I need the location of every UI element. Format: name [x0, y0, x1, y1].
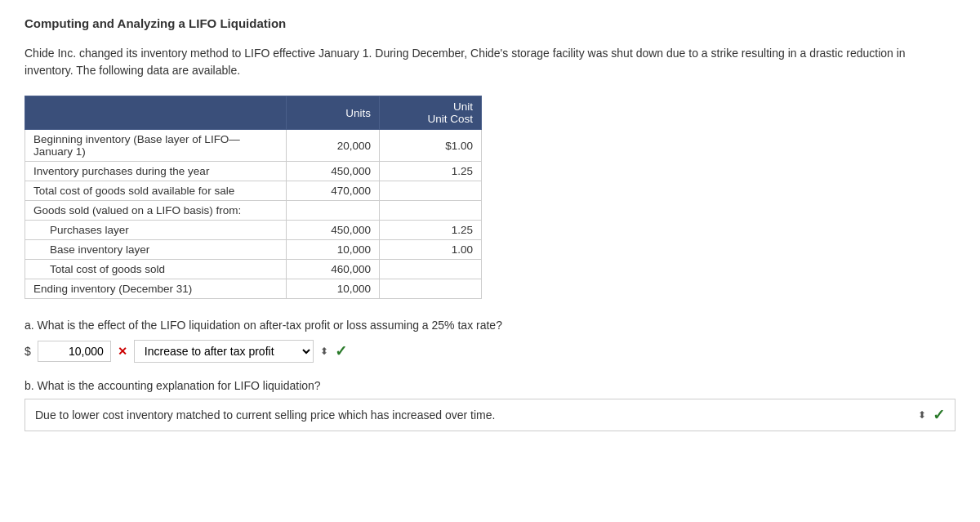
check-icon-b: ✓	[933, 406, 945, 424]
table-row: Beginning inventory (Base layer of LIFO—…	[25, 130, 482, 162]
row-units-3	[287, 201, 380, 221]
row-label-2: Total cost of goods sold available for s…	[25, 181, 287, 201]
table-row: Purchases layer450,0001.25	[25, 221, 482, 240]
col-header-label	[25, 96, 287, 130]
row-cost-5: 1.00	[380, 240, 482, 260]
table-row: Inventory purchases during the year450,0…	[25, 162, 482, 181]
row-label-6: Total cost of goods sold	[25, 260, 287, 279]
row-label-1: Inventory purchases during the year	[25, 162, 287, 181]
row-label-5: Base inventory layer	[25, 240, 287, 260]
row-cost-0: $1.00	[380, 130, 482, 162]
row-label-3: Goods sold (valued on a LIFO basis) from…	[25, 201, 287, 221]
answer-input[interactable]	[38, 341, 111, 362]
row-units-7: 10,000	[287, 279, 380, 299]
row-cost-7	[380, 279, 482, 299]
sort-arrows-b: ⬍	[918, 409, 926, 421]
row-units-6: 460,000	[287, 260, 380, 279]
col-header-units: Units	[287, 96, 380, 130]
table-row: Total cost of goods sold available for s…	[25, 181, 482, 201]
intro-text: Chide Inc. changed its inventory method …	[24, 45, 956, 79]
section-a-question: a. What is the effect of the LIFO liquid…	[24, 319, 956, 332]
page-title: Computing and Analyzing a LIFO Liquidati…	[24, 16, 956, 30]
section-a: a. What is the effect of the LIFO liquid…	[24, 319, 956, 363]
sort-arrows-a: ⬍	[320, 346, 328, 357]
table-row: Total cost of goods sold460,000	[25, 260, 482, 279]
row-cost-3	[380, 201, 482, 221]
section-b-answer-row: Due to lower cost inventory matched to c…	[24, 399, 956, 431]
row-label-4: Purchases layer	[25, 221, 287, 240]
lifo-table: Units Unit Unit Cost Beginning inventory…	[24, 96, 482, 299]
section-b-answer-text: Due to lower cost inventory matched to c…	[35, 408, 911, 422]
row-units-4: 450,000	[287, 221, 380, 240]
row-units-1: 450,000	[287, 162, 380, 181]
table-row: Goods sold (valued on a LIFO basis) from…	[25, 201, 482, 221]
row-units-5: 10,000	[287, 240, 380, 260]
section-a-answer-row: $ ✕ Increase to after tax profit Decreas…	[24, 340, 956, 363]
table-row: Ending inventory (December 31)10,000	[25, 279, 482, 299]
row-label-0: Beginning inventory (Base layer of LIFO—…	[25, 130, 287, 162]
section-b-question: b. What is the accounting explanation fo…	[24, 379, 956, 392]
table-row: Base inventory layer10,0001.00	[25, 240, 482, 260]
check-icon-a: ✓	[335, 342, 347, 360]
row-cost-1: 1.25	[380, 162, 482, 181]
row-cost-6	[380, 260, 482, 279]
col-header-cost: Unit Unit Cost	[380, 96, 482, 130]
dollar-sign: $	[24, 345, 31, 358]
row-cost-4: 1.25	[380, 221, 482, 240]
row-cost-2	[380, 181, 482, 201]
row-label-7: Ending inventory (December 31)	[25, 279, 287, 299]
section-b: b. What is the accounting explanation fo…	[24, 379, 956, 431]
row-units-2: 470,000	[287, 181, 380, 201]
row-units-0: 20,000	[287, 130, 380, 162]
effect-dropdown[interactable]: Increase to after tax profit Decrease to…	[134, 340, 314, 363]
x-icon: ✕	[118, 345, 127, 358]
